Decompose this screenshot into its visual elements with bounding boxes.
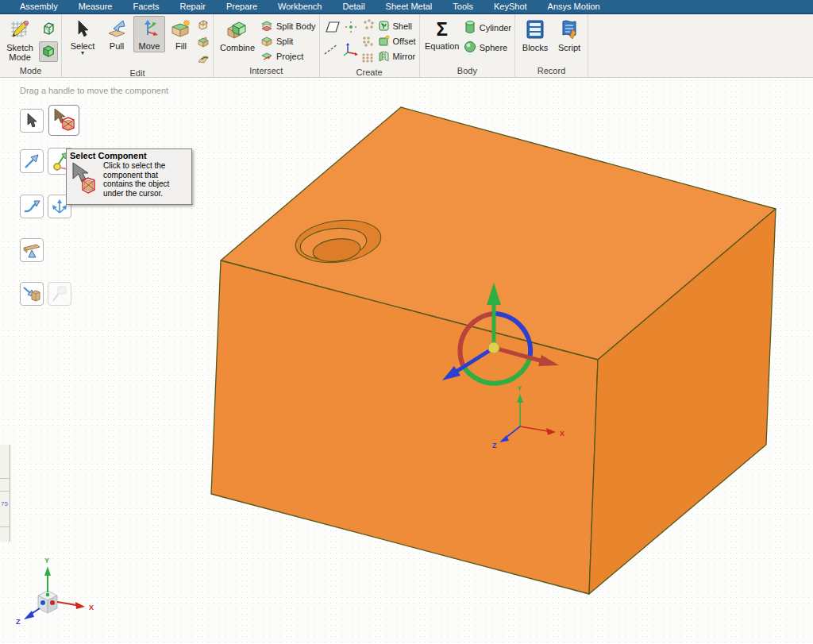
offset-label: Offset — [393, 37, 416, 46]
cylinder-button[interactable]: Cylinder — [464, 20, 511, 36]
menu-prepare[interactable]: Prepare — [216, 2, 268, 11]
ghost-arrow-icon — [50, 285, 69, 303]
menu-repair[interactable]: Repair — [170, 2, 216, 11]
pull-label: Pull — [110, 41, 124, 51]
menu-ansys-motion[interactable]: Ansys Motion — [538, 2, 611, 11]
select-dropdown-caret[interactable]: ▾ — [81, 51, 84, 56]
fill-button[interactable]: Fill — [168, 16, 195, 52]
project-icon — [260, 50, 273, 63]
split-button[interactable]: Split — [260, 35, 316, 48]
offset-button[interactable]: Offset — [378, 35, 416, 48]
ribbon-group-edit: Select ▾ Pull — [62, 14, 214, 77]
manipulator-center-ball[interactable] — [488, 342, 499, 353]
pattern-radial-icon[interactable] — [361, 36, 376, 50]
split-label: Split — [276, 37, 293, 46]
blocks-button[interactable]: Blocks — [518, 16, 552, 54]
sphere-icon — [464, 40, 476, 55]
script-button[interactable]: Script — [554, 16, 584, 54]
face-fan-icon[interactable] — [197, 52, 210, 67]
equation-label: Equation — [425, 41, 459, 51]
section-mode-button[interactable] — [39, 19, 58, 40]
cylinder-icon — [464, 20, 476, 36]
split-body-label: Split Body — [276, 21, 316, 31]
ribbon-group-body: Σ Equation Cylinder — [420, 14, 515, 77]
curved-arrow-icon — [23, 199, 40, 214]
group-label-body: Body — [423, 65, 511, 77]
mirror-icon — [378, 50, 390, 63]
plane-icon[interactable] — [323, 21, 341, 37]
combine-icon — [225, 19, 249, 41]
select-tool-button[interactable] — [20, 109, 44, 133]
line-icon[interactable] — [323, 43, 341, 59]
cylinder-label: Cylinder — [480, 23, 511, 33]
group-label-create: Create — [323, 67, 416, 79]
project-button[interactable]: Project — [260, 50, 316, 63]
equation-button[interactable]: Σ Equation — [423, 16, 461, 52]
mirror-button[interactable]: Mirror — [378, 50, 416, 63]
cube-outline-icon — [41, 21, 56, 37]
pull-button[interactable]: Pull — [102, 16, 131, 52]
group-label-intersect: Intersect — [217, 65, 316, 77]
shell-button[interactable]: Shell — [378, 20, 416, 33]
fill-icon — [170, 19, 192, 40]
menu-facets[interactable]: Facets — [122, 2, 169, 11]
project-label: Project — [276, 52, 303, 61]
sigma-icon: Σ — [436, 19, 447, 40]
straight-arrow-icon — [24, 153, 40, 169]
solid-mode-button[interactable] — [39, 41, 58, 62]
replace-face-icon[interactable] — [197, 19, 210, 34]
combine-button[interactable]: Combine — [217, 16, 258, 54]
world-axis-label-y: Y — [44, 557, 49, 565]
group-label-mode: Mode — [3, 65, 58, 77]
move-icon — [139, 19, 160, 40]
cube-solid-icon — [41, 44, 56, 60]
model-viewport[interactable]: Drag a handle to move the component — [0, 78, 813, 642]
shell-icon — [378, 20, 390, 33]
axis-icon[interactable] — [343, 43, 359, 60]
menu-measure[interactable]: Measure — [68, 2, 123, 11]
script-label: Script — [558, 43, 580, 52]
face-stack-icon[interactable] — [197, 36, 210, 51]
move-button[interactable]: Move — [133, 16, 165, 52]
split-body-button[interactable]: Split Body — [260, 20, 316, 33]
select-component-icon — [52, 108, 76, 133]
blocks-label: Blocks — [522, 43, 548, 52]
menu-assembly[interactable]: Assembly — [10, 2, 68, 11]
ribbon: Sketch Mode — [0, 14, 813, 78]
offset-icon — [378, 35, 390, 48]
sphere-label: Sphere — [480, 43, 507, 52]
fulcrum-tool-button[interactable] — [20, 238, 44, 262]
menu-detail[interactable]: Detail — [332, 2, 375, 11]
sketch-mode-icon — [10, 19, 30, 41]
pattern-circle-icon[interactable] — [361, 19, 376, 33]
select-component-tool-button[interactable] — [48, 105, 79, 136]
select-button[interactable]: Select ▾ — [65, 16, 100, 57]
menu-tools[interactable]: Tools — [442, 2, 484, 11]
menu-bar: Assembly Measure Facets Repair Prepare W… — [0, 0, 813, 14]
pattern-grid-icon[interactable] — [361, 52, 376, 67]
sketch-mode-button[interactable]: Sketch Mode — [3, 16, 37, 64]
local-axis-label-y: Y — [517, 384, 522, 392]
ribbon-group-intersect: Combine Split Body — [214, 14, 320, 77]
curved-move-tool-button[interactable] — [20, 195, 44, 218]
point-icon[interactable] — [343, 21, 359, 37]
side-panel-fragment-text: 75 — [1, 500, 8, 507]
group-label-record: Record — [518, 65, 584, 77]
arrow-into-box-icon — [22, 285, 41, 303]
ribbon-group-mode: Sketch Mode — [0, 14, 62, 77]
menu-workbench[interactable]: Workbench — [268, 2, 332, 11]
sphere-button[interactable]: Sphere — [464, 40, 511, 55]
clipped-side-panel: 75 — [0, 445, 10, 542]
split-body-icon — [260, 20, 273, 33]
local-axis-label-z: Z — [492, 442, 497, 449]
menu-keyshot[interactable]: KeyShot — [484, 2, 538, 11]
move-to-tool-button[interactable] — [20, 282, 44, 306]
move-direction-tool-button[interactable] — [20, 149, 44, 173]
world-axis-triad[interactable]: Y X Z — [16, 557, 94, 626]
split-icon — [260, 35, 273, 48]
blocks-icon — [525, 19, 545, 41]
menu-sheet-metal[interactable]: Sheet Metal — [376, 2, 443, 11]
ribbon-group-create: Shell Offset — [320, 14, 420, 77]
fulcrum-icon — [22, 241, 41, 259]
script-icon — [559, 19, 580, 41]
